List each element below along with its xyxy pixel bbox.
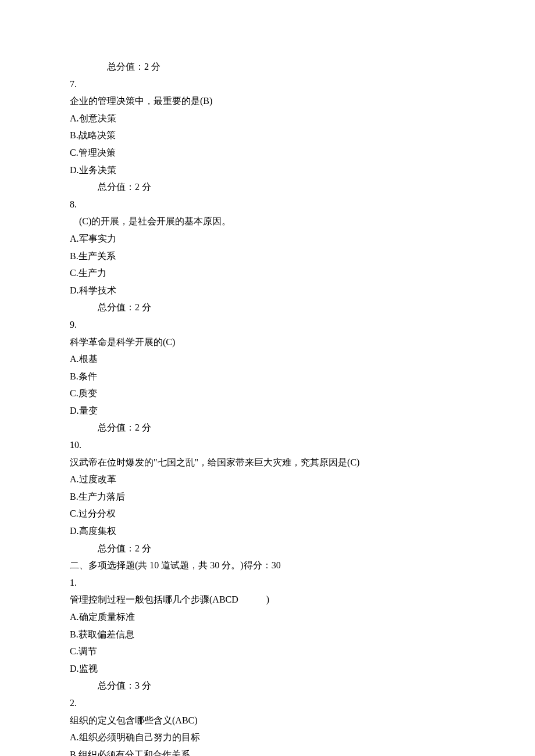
question-number: 1. [70, 574, 465, 592]
question-stem: 管理控制过程一般包括哪几个步骤(ABCD ) [70, 591, 465, 608]
question-stem: 科学革命是科学开展的(C) [70, 334, 465, 351]
question-option: B.生产力落后 [70, 488, 465, 506]
question-number: 9. [70, 316, 465, 334]
question-stem: (C)的开展，是社会开展的基本原因。 [70, 213, 465, 230]
question-option: A.创意决策 [70, 110, 465, 127]
score-line: 总分值：2 分 [70, 178, 465, 196]
question-option: A.组织必须明确自己努力的目标 [70, 729, 465, 746]
question-number: 2. [70, 694, 465, 712]
question-option: C.生产力 [70, 264, 465, 282]
score-line: 总分值：2 分 [70, 419, 465, 436]
question-number: 8. [70, 196, 465, 213]
question-option: C.调节 [70, 643, 465, 660]
question-stem: 企业的管理决策中，最重要的是(B) [70, 92, 465, 110]
question-option: B.生产关系 [70, 248, 465, 265]
question-option: C.过分分权 [70, 505, 465, 522]
question-option: D.业务决策 [70, 162, 465, 179]
question-option: A.确定质量标准 [70, 608, 465, 626]
score-line: 总分值：3 分 [70, 677, 465, 694]
document-page: 总分值：2 分 7. 企业的管理决策中，最重要的是(B) A.创意决策 B.战略… [0, 0, 535, 756]
score-line: 总分值：2 分 [70, 58, 465, 76]
question-option: D.科学技术 [70, 282, 465, 299]
question-stem: 组织的定义包含哪些含义(ABC) [70, 712, 465, 729]
question-option: A.过度改革 [70, 471, 465, 488]
question-option: C.质变 [70, 385, 465, 402]
question-option: B.组织必须有分工和合作关系 [70, 746, 465, 756]
question-option: B.获取偏差信息 [70, 626, 465, 643]
question-option: D.量变 [70, 402, 465, 420]
question-option: D.高度集权 [70, 522, 465, 540]
question-option: A.根基 [70, 350, 465, 368]
question-number: 7. [70, 76, 465, 93]
question-option: B.条件 [70, 368, 465, 385]
question-option: B.战略决策 [70, 127, 465, 144]
question-option: C.管理决策 [70, 144, 465, 162]
question-stem: 汉武帝在位时爆发的"七国之乱"，给国家带来巨大灾难，究其原因是(C) [70, 454, 465, 471]
score-line: 总分值：2 分 [70, 299, 465, 316]
question-option: D.监视 [70, 660, 465, 678]
score-line: 总分值：2 分 [70, 540, 465, 557]
section-header: 二、多项选择题(共 10 道试题，共 30 分。)得分：30 [70, 557, 465, 574]
question-number: 10. [70, 436, 465, 454]
question-option: A.军事实力 [70, 230, 465, 248]
